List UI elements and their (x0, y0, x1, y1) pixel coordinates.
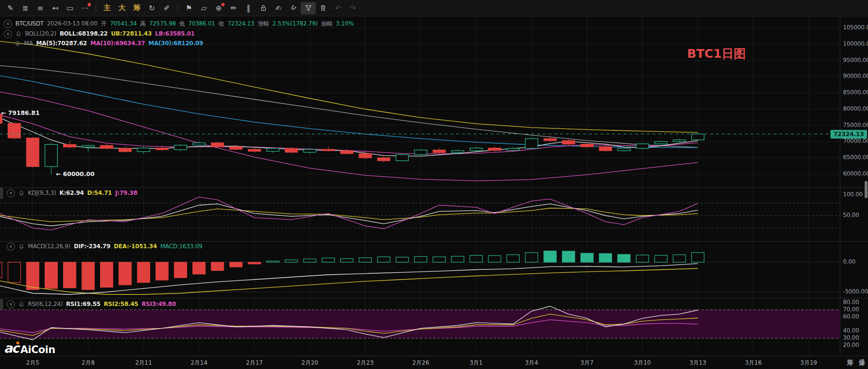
rsi-axis-label: 80.00 (843, 299, 859, 305)
rsi2-value: RSI2:58.45 (104, 301, 138, 307)
chip-distribution-tab[interactable]: 筹 (129, 2, 144, 14)
alert-bell-icon[interactable] (18, 190, 25, 196)
boll-lb-value: LB:63585.01 (155, 30, 194, 37)
aicoin-logo-mark: ac (4, 341, 18, 356)
macd-axis-label: 0.00 (843, 258, 855, 265)
price-axis-label: 95000.00 (843, 57, 868, 64)
collapse-chevron-icon[interactable]: ∨ (7, 189, 15, 197)
kdj-axis-label: 100.00 (843, 191, 863, 198)
large-chart-tab[interactable]: 大 (115, 2, 129, 14)
alert-bell-icon[interactable] (18, 243, 25, 250)
date-axis-label: 2月5 (26, 359, 39, 367)
price-axis-label: 100000.00 (843, 40, 868, 47)
zoom-tool-icon[interactable]: ⊕ (211, 2, 226, 14)
kdj-indicator-row: ∨ KDJ(9,3,3) K:62.94 D:54.71 J:79.38 (7, 189, 137, 197)
more-tools-icon[interactable]: ⋯ (77, 2, 92, 14)
boll-title: BOLL(20,2) (25, 30, 56, 37)
alert-bell-icon[interactable] (14, 40, 21, 47)
bottom-tool-tabs: 筹爆 (847, 358, 865, 367)
rsi-title: RSI(6,12,24) (28, 301, 63, 307)
compare-icon[interactable]: ‖ (241, 2, 256, 14)
rsi-axis-label: 20.00 (843, 342, 859, 348)
ma5-value: MA(5):70287.62 (36, 40, 87, 47)
price-axis-label: 85000.00 (843, 89, 868, 96)
bookmark-icon[interactable]: ⚑ (181, 2, 196, 14)
price-axis-label: 60000.00 (843, 170, 868, 177)
date-axis-label: 3月10 (634, 359, 651, 367)
ma30-value: MA(30):68120.09 (148, 40, 203, 47)
amplitude-label: 振幅 (321, 20, 332, 28)
axis-scrollbar-thumb[interactable] (865, 181, 868, 198)
macd-axis-label: -5000.00 (843, 288, 868, 295)
kdj-k-value: K:62.94 (60, 190, 84, 196)
rectangle-tool-icon[interactable]: ▭ (63, 2, 77, 14)
alert-bell-icon[interactable] (15, 31, 22, 37)
note-icon[interactable]: ✍ (271, 2, 286, 14)
rsi-axis-label: 60.00 (843, 313, 859, 320)
price-axis-label: 65000.00 (843, 154, 868, 161)
rsi-pane-handle[interactable] (0, 299, 3, 310)
symbol-ohlc-row: ∨ BTC/USDT 2026-03-13 08:00 开 70541.34 高… (4, 19, 354, 28)
date-axis-label: 2月20 (302, 359, 319, 367)
collapse-chevron-icon[interactable]: ∨ (4, 30, 12, 38)
brush-icon[interactable]: ✐ (159, 2, 174, 14)
rsi-axis-label: 70.00 (843, 306, 859, 313)
date-axis-label: 3月1 (470, 359, 483, 367)
lock-icon[interactable] (256, 2, 271, 14)
notification-dot (221, 3, 225, 6)
bottom-tool-筹[interactable]: 筹 (847, 358, 853, 367)
ma10-value: MA(10):69634.37 (90, 40, 145, 47)
kdj-j-value: J:79.38 (115, 190, 138, 196)
macd-hist-value: MACD:1633.09 (160, 243, 202, 250)
marker-pen-icon[interactable]: ✏ (226, 2, 241, 14)
main-chart-tab[interactable]: 主 (100, 2, 115, 14)
ma-title: MA (24, 40, 33, 47)
date-axis-label: 3月19 (800, 359, 817, 367)
aicoin-logo-text: AiCoin (20, 344, 55, 356)
low-value: 70386.01 (188, 20, 215, 27)
trash-icon[interactable] (316, 2, 331, 14)
date-axis-label: 3月4 (525, 359, 538, 367)
kdj-d-value: D:54.71 (87, 190, 112, 196)
drawing-toolbar: ✎≣≡↤▭⋯主大筹↻✐⚑▱⊕✏‖✍↶↷ (0, 0, 868, 16)
refresh-icon[interactable]: ↻ (144, 2, 159, 14)
collapse-chevron-icon[interactable]: ∨ (7, 242, 15, 251)
rsi-indicator-row: ∨ RSI(6,12,24) RSI1:69.55 RSI2:58.45 RSI… (7, 300, 176, 308)
close-label: 收 (218, 20, 224, 28)
redo-icon[interactable]: ↷ (345, 2, 360, 14)
list-icon[interactable]: ≡ (33, 2, 48, 14)
high-value: 72575.98 (149, 20, 176, 27)
current-price-badge: 72324.13 (830, 130, 867, 139)
bottom-tool-爆[interactable]: 爆 (859, 358, 865, 367)
rsi3-value: RSI3:49.80 (141, 301, 176, 307)
extend-line-icon[interactable]: ↤ (48, 2, 63, 14)
alert-bell-icon[interactable] (18, 301, 25, 307)
ruler-icon[interactable]: ▱ (196, 2, 211, 14)
collapse-chevron-icon[interactable]: ∨ (4, 20, 12, 28)
date-axis-label: 2月26 (412, 359, 429, 367)
low-label: 低 (179, 20, 185, 28)
boll-ub-value: UB:72811.43 (111, 30, 152, 37)
date-axis-label: 2月14 (191, 359, 207, 367)
macd-dea-value: DEA:-1051.34 (114, 243, 157, 250)
rsi1-value: RSI1:69.55 (66, 301, 100, 307)
price-axis-label: 70000.00 (843, 138, 868, 144)
boll-mid-value: BOLL:68198.22 (60, 30, 108, 37)
rsi-axis-label: 30.00 (843, 334, 859, 341)
kdj-pane-handle[interactable] (0, 188, 3, 199)
draw-line-icon[interactable]: ✎ (3, 2, 18, 14)
collapse-chevron-icon[interactable]: ∨ (7, 300, 15, 308)
filter-icon[interactable] (301, 2, 316, 14)
macd-indicator-row: ∨ MACD(12,26,9) DIF:-234.79 DEA:-1051.34… (7, 242, 202, 251)
open-label: 开 (101, 20, 107, 28)
change-value: 2.53%(1782.79) (272, 20, 318, 27)
date-axis-label: 2月17 (246, 359, 263, 367)
undo-icon[interactable]: ↶ (331, 2, 345, 14)
open-value: 70541.34 (110, 20, 137, 27)
ma-indicator-row: MA MA(5):70287.62 MA(10):69634.37 MA(30)… (14, 39, 203, 48)
aicoin-watermark: ac AiCoin (4, 341, 55, 356)
indicator-panel-icon[interactable]: ≣ (18, 2, 33, 14)
rsi-axis-label: 40.00 (843, 327, 859, 334)
magnet-icon[interactable] (286, 2, 301, 14)
date-axis-label: 2月8 (82, 359, 95, 367)
